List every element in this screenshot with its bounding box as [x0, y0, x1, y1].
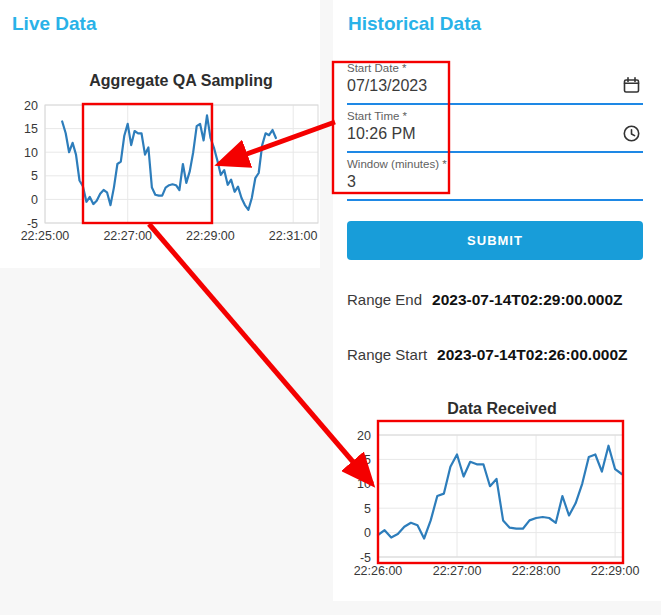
live-data-heading: Live Data — [12, 13, 96, 35]
start-date-label: Start Date * — [347, 62, 406, 74]
svg-text:20: 20 — [24, 99, 38, 113]
window-minutes-label: Window (minutes) * — [347, 158, 447, 170]
clock-icon[interactable] — [622, 124, 641, 143]
range-start-value: 2023-07-14T02:26:00.000Z — [437, 346, 627, 363]
svg-text:22:26:00: 22:26:00 — [354, 564, 403, 578]
svg-text:22:27:00: 22:27:00 — [103, 229, 152, 243]
aggregate-qa-chart: 20151050-522:25:0022:27:0022:29:0022:31:… — [0, 95, 330, 255]
svg-text:5: 5 — [31, 169, 38, 183]
range-end-value: 2023-07-14T02:29:00.000Z — [432, 291, 622, 308]
historical-data-panel: Historical Data Start Date * 07/13/2023 … — [333, 0, 661, 601]
start-date-input[interactable]: 07/13/2023 — [347, 77, 427, 95]
svg-text:15: 15 — [357, 453, 371, 467]
live-data-panel: Live Data Aggregate QA Sampling 20151050… — [0, 0, 320, 268]
range-start-label: Range Start — [347, 346, 427, 363]
start-time-input[interactable]: 10:26 PM — [347, 125, 415, 143]
submit-button[interactable]: SUBMIT — [347, 221, 643, 260]
range-end-row: Range End2023-07-14T02:29:00.000Z — [347, 291, 623, 309]
svg-text:15: 15 — [24, 122, 38, 136]
svg-text:-5: -5 — [360, 551, 371, 565]
svg-text:22:28:00: 22:28:00 — [512, 564, 561, 578]
svg-text:10: 10 — [24, 146, 38, 160]
window-minutes-input[interactable]: 3 — [347, 173, 356, 191]
svg-text:22:27:00: 22:27:00 — [433, 564, 482, 578]
svg-text:22:25:00: 22:25:00 — [21, 229, 70, 243]
range-end-label: Range End — [347, 291, 422, 308]
historical-data-heading: Historical Data — [348, 13, 481, 35]
aggregate-qa-chart-title: Aggregate QA Sampling — [16, 72, 346, 90]
data-received-chart: 20151050-522:26:0022:27:0022:28:0022:29:… — [333, 415, 661, 595]
calendar-icon[interactable] — [622, 76, 641, 95]
svg-text:22:29:00: 22:29:00 — [186, 229, 235, 243]
start-time-field[interactable]: Start Time * 10:26 PM — [347, 108, 643, 153]
svg-text:0: 0 — [31, 193, 38, 207]
svg-text:22:31:00: 22:31:00 — [269, 229, 318, 243]
start-date-field[interactable]: Start Date * 07/13/2023 — [347, 60, 643, 105]
start-time-label: Start Time * — [347, 110, 407, 122]
svg-text:0: 0 — [364, 526, 371, 540]
window-minutes-field[interactable]: Window (minutes) * 3 — [347, 156, 643, 201]
range-start-row: Range Start2023-07-14T02:26:00.000Z — [347, 346, 627, 364]
svg-text:20: 20 — [357, 429, 371, 443]
svg-text:22:29:00: 22:29:00 — [591, 564, 640, 578]
svg-text:5: 5 — [364, 502, 371, 516]
svg-text:10: 10 — [357, 477, 371, 491]
